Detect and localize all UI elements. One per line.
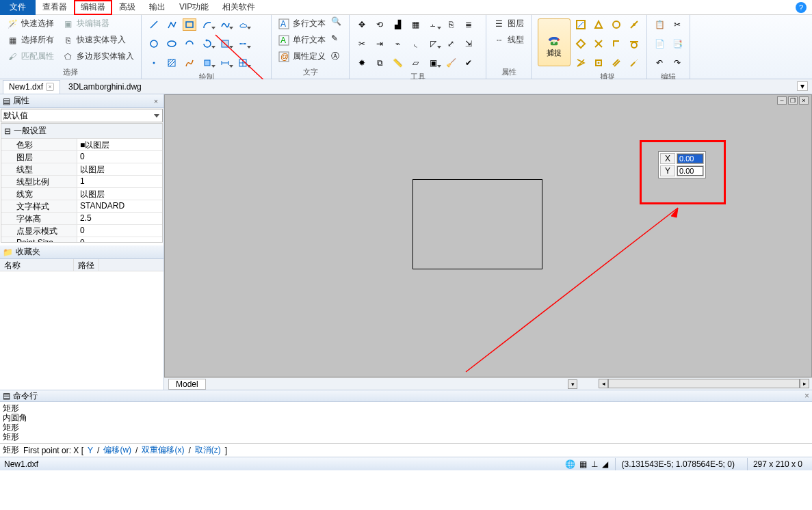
- match-properties-button[interactable]: 🖌匹配属性: [4, 49, 57, 64]
- cmd-link-offset[interactable]: 偏移(w): [103, 444, 131, 456]
- rectangle-tool[interactable]: [183, 18, 196, 31]
- area-tool[interactable]: ▱: [408, 57, 422, 69]
- canvas-minimize[interactable]: –: [777, 96, 787, 105]
- snap-endpoint[interactable]: [574, 18, 588, 31]
- fillet-tool[interactable]: ◟: [408, 38, 422, 50]
- redo-button[interactable]: ↷: [670, 57, 684, 69]
- menu-related[interactable]: 相关软件: [215, 0, 262, 15]
- cmd-link-cancel[interactable]: 取消(z): [195, 444, 221, 456]
- cut-clipboard[interactable]: ✂: [670, 18, 684, 31]
- text-find-tool[interactable]: 🔍: [331, 16, 345, 31]
- group-tool[interactable]: ▣: [426, 57, 440, 69]
- audit-tool[interactable]: ✔: [462, 57, 475, 69]
- undo-button[interactable]: ↶: [653, 57, 666, 69]
- paste-clipboard[interactable]: 📄: [653, 38, 666, 50]
- text-edit-tool[interactable]: ✎: [331, 33, 345, 49]
- command-close-icon[interactable]: ×: [804, 391, 809, 401]
- status-icon-1[interactable]: 🌐: [565, 459, 575, 469]
- fav-col-path[interactable]: 路径: [74, 259, 99, 271]
- horizontal-scrollbar[interactable]: ◂ ▸: [599, 379, 809, 388]
- drawing-canvas[interactable]: – ❐ × X Y: [164, 94, 812, 377]
- trim-tool[interactable]: ✂: [355, 38, 369, 50]
- mtext-button[interactable]: A多行文本: [276, 16, 328, 31]
- menu-viewer[interactable]: 查看器: [36, 0, 74, 15]
- copy-clipboard[interactable]: 📋: [653, 18, 666, 31]
- ellipse-tool[interactable]: [165, 38, 179, 50]
- align-tool[interactable]: ⫠: [426, 18, 440, 31]
- canvas-close[interactable]: ×: [799, 96, 809, 105]
- circle-tool[interactable]: [147, 38, 161, 50]
- tabs-dropdown[interactable]: ▾: [797, 81, 808, 91]
- select-all-button[interactable]: ▦选择所有: [4, 33, 57, 47]
- menu-output[interactable]: 输出: [142, 0, 172, 15]
- help-icon[interactable]: ?: [796, 2, 807, 13]
- prop-color[interactable]: 色彩■以图层: [1, 139, 162, 151]
- arc-tool[interactable]: [200, 18, 214, 31]
- canvas-restore[interactable]: ❐: [788, 96, 798, 105]
- extend-tool[interactable]: ⇥: [373, 38, 387, 50]
- tab-new1[interactable]: New1.dxf×: [3, 80, 60, 94]
- block-editor-button[interactable]: ▣块编辑器: [60, 16, 137, 31]
- prop-linetype[interactable]: 线型以图层: [1, 163, 162, 176]
- prop-pointsize[interactable]: Point Size0: [1, 237, 162, 243]
- command-input-line[interactable]: 矩形 First point or: X [ Y / 偏移(w) / 双重偏移(…: [0, 443, 812, 457]
- explode-tool[interactable]: ✸: [355, 57, 369, 69]
- purge-tool[interactable]: 🧹: [444, 57, 458, 69]
- quick-entity-import-button[interactable]: ⎘快速实体导入: [60, 33, 137, 47]
- snap-quadrant[interactable]: [574, 38, 588, 50]
- x-input[interactable]: [677, 154, 703, 163]
- menu-editor[interactable]: 编辑器: [74, 0, 112, 15]
- capture-button[interactable]: ✓ 捕捉: [538, 18, 571, 66]
- menu-advanced[interactable]: 高级: [112, 0, 142, 15]
- cmd-link-y[interactable]: Y: [88, 446, 93, 455]
- panel-close-icon[interactable]: ×: [151, 96, 161, 106]
- snap-center[interactable]: [610, 18, 623, 31]
- snap-midpoint[interactable]: [592, 18, 605, 31]
- arc3-tool[interactable]: [183, 38, 196, 50]
- chamfer-tool[interactable]: ◸: [426, 38, 440, 50]
- linetype-button[interactable]: ┄线型: [490, 33, 527, 47]
- menu-file[interactable]: 文件: [0, 0, 36, 15]
- prop-ltscale[interactable]: 线型比例1: [1, 176, 162, 188]
- snap-parallel[interactable]: [610, 57, 623, 69]
- prop-textstyle[interactable]: 文字样式STANDARD: [1, 200, 162, 213]
- snap-tangent[interactable]: [627, 38, 641, 50]
- status-icon-4[interactable]: ◢: [602, 459, 608, 469]
- snap-perpendicular[interactable]: [610, 38, 623, 50]
- layer-button[interactable]: ☰图层: [490, 16, 527, 31]
- polyline-tool[interactable]: [165, 18, 179, 31]
- snap-intersection[interactable]: [592, 38, 605, 50]
- stretch-tool[interactable]: ⇲: [462, 38, 475, 50]
- scroll-track[interactable]: [608, 379, 800, 388]
- rotate-tool[interactable]: ⟲: [373, 18, 387, 31]
- mirror-tool[interactable]: ▟: [391, 18, 404, 31]
- scroll-left[interactable]: ◂: [599, 379, 608, 388]
- snap-nearest[interactable]: [574, 57, 588, 69]
- default-combo[interactable]: 默认值: [1, 109, 163, 122]
- spline-tool[interactable]: [218, 18, 232, 31]
- prop-layer[interactable]: 图层0: [1, 151, 162, 163]
- scroll-right[interactable]: ▸: [800, 379, 809, 388]
- close-tab-icon[interactable]: ×: [46, 83, 54, 91]
- prop-lineweight[interactable]: 线宽以图层: [1, 188, 162, 200]
- point-tool[interactable]: [147, 57, 161, 69]
- offset-tool[interactable]: ≣: [462, 18, 475, 31]
- snap-node[interactable]: [627, 18, 641, 31]
- status-icon-2[interactable]: ▦: [579, 459, 587, 469]
- measure-tool[interactable]: 📏: [391, 57, 404, 69]
- paste-special[interactable]: 📑: [670, 38, 684, 50]
- polygon-entity-input-button[interactable]: ⬠多边形实体输入: [60, 49, 137, 64]
- break-tool[interactable]: ⌁: [391, 38, 404, 50]
- status-icon-3[interactable]: ⊥: [591, 459, 598, 469]
- snap-extension[interactable]: [627, 57, 641, 69]
- scale-tool[interactable]: ⤢: [444, 38, 458, 50]
- model-dropdown[interactable]: ▾: [568, 379, 577, 389]
- menu-vip[interactable]: VIP功能: [172, 0, 215, 15]
- section-general[interactable]: ⊟ 一般设置: [1, 124, 162, 139]
- quick-select-button[interactable]: 🪄快速选择: [4, 16, 57, 31]
- snap-insert[interactable]: [592, 57, 605, 69]
- line-tool[interactable]: [147, 18, 161, 31]
- text-style-tool[interactable]: Ⓐ: [331, 51, 345, 66]
- move-tool[interactable]: ✥: [355, 18, 369, 31]
- join-tool[interactable]: ⧉: [373, 57, 387, 69]
